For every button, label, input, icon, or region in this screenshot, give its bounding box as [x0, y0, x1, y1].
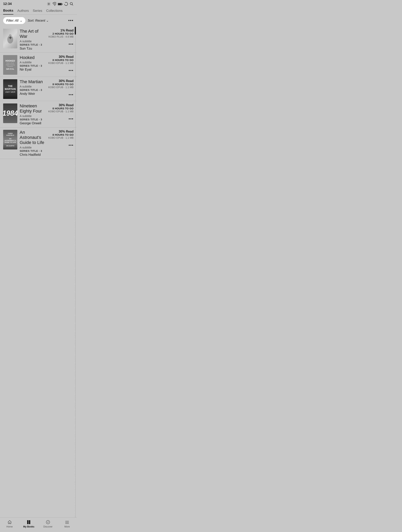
book-meta-martian: 30% Read 8 HOURS TO GO KOBO EPUB · 1.1 M…	[48, 79, 74, 97]
book-info-martian: The Martian A subtitle SERIES TITLE - 3 …	[20, 79, 46, 96]
book-time: 8 HOURS TO GO	[52, 133, 74, 136]
book-meta-hooked: 30% Read 8 HOURS TO GO KOBO EPUB · 1.1 M…	[48, 55, 74, 73]
book-series: SERIES TITLE - 3	[20, 64, 46, 67]
nav-more[interactable]: More	[58, 519, 77, 529]
book-item-1984[interactable]: 1984 Nineteen Eighty Four A subtitle SER…	[0, 101, 77, 127]
book-options-button[interactable]: •••	[69, 117, 74, 121]
svg-point-9	[55, 5, 55, 6]
nav-tabs: Books Authors Series Collections	[0, 7, 77, 15]
book-item-art-of-war[interactable]: The Art of War A subtitle SERIES TITLE -…	[0, 26, 77, 53]
status-icons	[47, 2, 74, 6]
bottom-nav: Home My Books Discover More	[0, 517, 77, 532]
book-subtitle: A subtitle	[20, 146, 46, 149]
nav-my-books-label: My Books	[23, 525, 34, 528]
filter-bar: Filter: All ⌄ Sort: Recent ⌄ •••	[0, 15, 77, 26]
svg-marker-22	[47, 521, 49, 523]
brightness-icon	[47, 2, 51, 6]
svg-point-14	[70, 3, 73, 5]
book-cover-martian: THE MARTIANANDY WEIR	[3, 79, 17, 99]
book-cover-art-of-war	[3, 29, 17, 48]
book-subtitle: A subtitle	[20, 61, 46, 64]
book-format: KOBO EPUB · 1.1 MB	[48, 62, 74, 64]
book-meta-astronaut: 30% Read 8 HOURS TO GO KOBO EPUB · 1.1 M…	[48, 130, 74, 147]
svg-point-17	[9, 35, 12, 38]
nav-more-label: More	[64, 525, 70, 528]
book-subtitle: A subtitle	[20, 85, 46, 88]
book-info-hooked: Hooked A subtitle SERIES TITLE - 3 Nir E…	[20, 55, 46, 72]
svg-line-3	[48, 3, 48, 3]
status-bar: 12:34	[0, 0, 77, 7]
cover-title-1984: 1984	[3, 109, 17, 117]
wifi-icon	[52, 2, 56, 6]
filter-button[interactable]: Filter: All ⌄	[3, 17, 25, 24]
book-options-button[interactable]: •••	[69, 42, 74, 46]
book-title: An Astronaut's Guide to Life	[20, 130, 46, 145]
nav-my-books[interactable]: My Books	[19, 519, 38, 529]
svg-rect-11	[58, 3, 61, 5]
book-title: The Martian	[20, 79, 46, 84]
book-meta-1984: 30% Read 8 HOURS TO GO KOBO EPUB · 1.1 M…	[48, 103, 74, 121]
book-title: The Art of War	[20, 29, 46, 39]
nav-home[interactable]: Home	[0, 519, 19, 529]
book-series: SERIES TITLE - 3	[20, 149, 46, 152]
cover-title-astronaut: CHRISHADFIELDAN ASTRONAUT'SGUIDE TO LIFE…	[3, 132, 17, 147]
book-options-button[interactable]: •••	[69, 143, 74, 147]
book-info-1984: Nineteen Eighty Four A subtitle SERIES T…	[20, 103, 46, 125]
book-options-button[interactable]: •••	[69, 69, 74, 73]
svg-rect-20	[29, 520, 30, 524]
book-author: Sun Tzu	[20, 47, 46, 51]
status-time: 12:34	[3, 2, 12, 6]
battery-icon	[58, 2, 63, 6]
book-meta-art-of-war: 1% Read 2 HOURS TO GO KOBO PLUS · 4.6 MB…	[48, 29, 74, 46]
svg-point-0	[48, 3, 50, 5]
book-subtitle: A subtitle	[20, 39, 46, 43]
book-author: Chris Hadfield	[20, 153, 46, 157]
search-icon[interactable]	[70, 2, 74, 6]
book-time: 8 HOURS TO GO	[52, 83, 74, 86]
svg-line-8	[50, 3, 50, 3]
book-series: SERIES TITLE - 3	[20, 43, 46, 46]
nav-discover-label: Discover	[43, 525, 52, 528]
book-item-hooked[interactable]: HOOKED How to BuildHabit-Forming Product…	[0, 53, 77, 77]
book-item-martian[interactable]: THE MARTIANANDY WEIR The Martian A subti…	[0, 77, 77, 101]
tab-collections[interactable]: Collections	[46, 9, 63, 14]
tab-books[interactable]: Books	[3, 9, 13, 15]
book-options-button[interactable]: •••	[69, 93, 74, 97]
book-time: 8 HOURS TO GO	[52, 107, 74, 110]
book-info-astronaut: An Astronaut's Guide to Life A subtitle …	[20, 130, 46, 157]
book-progress: 1% Read	[60, 29, 74, 32]
book-series: SERIES TITLE - 3	[20, 118, 46, 121]
cover-title-hooked: HOOKED	[6, 60, 15, 62]
compass-icon	[46, 519, 50, 525]
book-format: KOBO EPUB · 1.1 MB	[48, 136, 74, 139]
book-info-art-of-war: The Art of War A subtitle SERIES TITLE -…	[20, 29, 46, 51]
book-time: 2 HOURS TO GO	[52, 32, 74, 35]
book-subtitle: A subtitle	[20, 114, 46, 118]
book-title: Hooked	[20, 55, 46, 60]
svg-rect-12	[62, 4, 62, 5]
book-progress: 30% Read	[59, 55, 74, 59]
book-author: Nir Eyal	[20, 68, 46, 72]
sort-button[interactable]: Sort: Recent ⌄	[28, 19, 49, 22]
scroll-track[interactable]	[75, 26, 76, 517]
nav-discover[interactable]: Discover	[38, 519, 58, 529]
book-progress: 30% Read	[59, 103, 74, 107]
book-format: KOBO EPUB · 1.1 MB	[48, 110, 74, 113]
svg-line-7	[48, 5, 48, 5]
svg-line-15	[72, 5, 73, 6]
tab-series[interactable]: Series	[33, 9, 42, 14]
filter-label: Filter: All	[6, 19, 19, 22]
nav-home-label: Home	[6, 525, 13, 528]
svg-rect-19	[27, 520, 29, 524]
options-button[interactable]: •••	[68, 18, 74, 23]
book-list: The Art of War A subtitle SERIES TITLE -…	[0, 26, 77, 517]
book-progress: 30% Read	[59, 130, 74, 133]
sync-icon	[64, 2, 68, 6]
home-icon	[7, 519, 12, 525]
tab-authors[interactable]: Authors	[17, 9, 29, 14]
book-author: Andy Weir	[20, 92, 46, 96]
book-author: George Orwell	[20, 121, 46, 125]
book-progress: 30% Read	[59, 79, 74, 83]
book-item-astronaut[interactable]: CHRISHADFIELDAN ASTRONAUT'SGUIDE TO LIFE…	[0, 127, 77, 159]
book-format: KOBO PLUS · 4.6 MB	[49, 35, 74, 38]
